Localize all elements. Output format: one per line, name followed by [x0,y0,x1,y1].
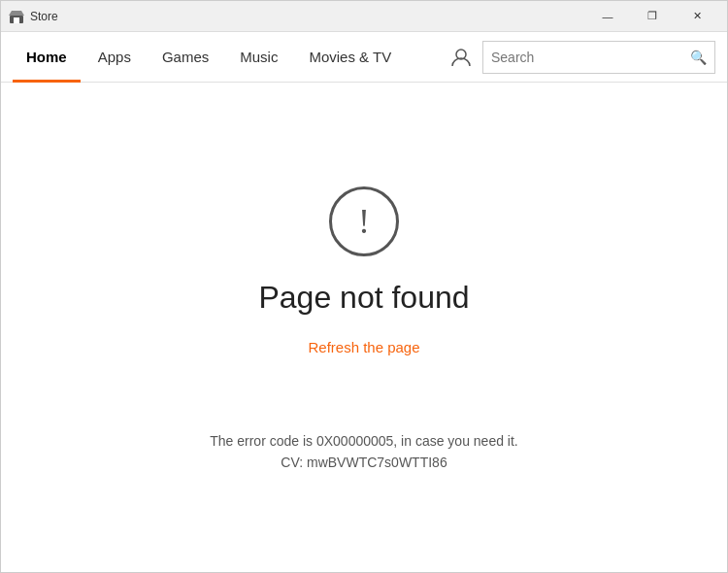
nav-item-home[interactable]: Home [13,32,81,83]
refresh-link[interactable]: Refresh the page [308,339,419,355]
error-icon-circle: ! [329,186,399,256]
titlebar-controls: — ❐ ✕ [585,1,719,32]
maximize-button[interactable]: ❐ [630,1,675,32]
main-content: ! Page not found Refresh the page The er… [1,83,727,573]
titlebar-title: Store [30,10,58,23]
user-icon[interactable] [444,40,479,75]
store-icon [9,9,24,24]
search-box[interactable]: 🔍 [482,41,715,74]
svg-marker-1 [9,11,24,16]
error-cv: CV: mwBVWTC7s0WTTI86 [281,455,447,470]
exclamation-icon: ! [358,204,370,239]
titlebar-left: Store [9,9,58,24]
nav-item-movies-tv[interactable]: Movies & TV [295,32,405,83]
svg-rect-2 [14,17,19,23]
close-button[interactable]: ✕ [675,1,719,32]
search-input[interactable] [491,50,690,65]
error-title: Page not found [258,280,469,316]
navbar: Home Apps Games Music Movies & TV 🔍 [1,32,727,83]
titlebar: Store — ❐ ✕ [1,1,727,32]
minimize-button[interactable]: — [585,1,630,32]
error-code: The error code is 0X00000005, in case yo… [210,433,518,449]
nav-item-games[interactable]: Games [149,32,222,83]
nav-item-music[interactable]: Music [226,32,291,83]
nav-item-apps[interactable]: Apps [84,32,145,83]
search-icon: 🔍 [690,50,707,65]
